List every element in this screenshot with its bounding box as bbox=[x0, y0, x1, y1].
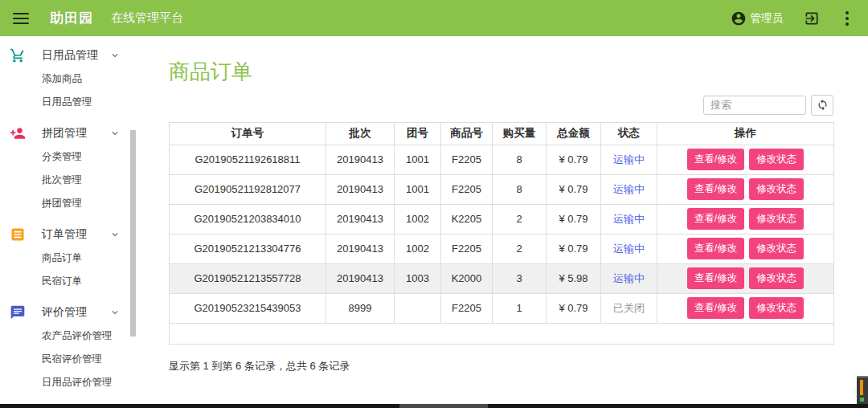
sidebar-subitem-0-0[interactable]: 添加商品 bbox=[0, 67, 153, 91]
sidebar-subitem-0-1[interactable]: 日用品管理 bbox=[0, 91, 153, 114]
view-edit-button[interactable]: 查看/修改 bbox=[687, 267, 744, 289]
sidebar-item-group-0[interactable]: 日用品管理 bbox=[0, 43, 153, 67]
menu-icon[interactable] bbox=[13, 13, 29, 24]
cell-actions: 查看/修改修改状态 bbox=[657, 234, 834, 263]
sidebar-subitem-3-1[interactable]: 民宿评价管理 bbox=[0, 348, 153, 371]
user-name: 管理员 bbox=[751, 11, 784, 26]
view-edit-button[interactable]: 查看/修改 bbox=[687, 297, 744, 319]
cell-qty: 2 bbox=[493, 204, 547, 234]
status-text: 已关闭 bbox=[613, 302, 645, 314]
status-link[interactable]: 运输中 bbox=[613, 213, 645, 225]
cell-group: 1002 bbox=[395, 234, 441, 263]
cell-status: 运输中 bbox=[601, 204, 657, 234]
table-row: G20190521192812077201904131001F22058¥ 0.… bbox=[170, 174, 834, 204]
exit-icon bbox=[804, 10, 820, 27]
app-subtitle: 在线管理平台 bbox=[111, 10, 183, 26]
cell-qty: 2 bbox=[493, 234, 547, 263]
sidebar-item-label: 拼团管理 bbox=[42, 126, 109, 141]
cell-total: ¥ 0.79 bbox=[547, 145, 601, 174]
cell-product: F2205 bbox=[441, 174, 493, 204]
cell-status: 运输中 bbox=[601, 174, 657, 204]
cell-qty: 8 bbox=[493, 145, 547, 174]
brand-title: 助田园 bbox=[50, 9, 93, 27]
cell-status: 运输中 bbox=[601, 263, 657, 293]
bottom-edge-segment bbox=[399, 404, 488, 408]
record-summary: 显示第 1 到第 6 条记录，总共 6 条记录 bbox=[169, 359, 833, 373]
table-row: G20190521192618811201904131001F22058¥ 0.… bbox=[170, 145, 834, 174]
view-edit-button[interactable]: 查看/修改 bbox=[687, 149, 744, 170]
column-header: 订单号 bbox=[170, 122, 326, 145]
chat-icon bbox=[10, 304, 26, 320]
table-row: G20190521203834010201904131002K22052¥ 0.… bbox=[170, 204, 834, 234]
cell-batch: 8999 bbox=[326, 293, 395, 323]
view-edit-button[interactable]: 查看/修改 bbox=[687, 178, 744, 200]
page-title: 商品订单 bbox=[169, 60, 833, 84]
account-icon bbox=[731, 10, 747, 27]
cell-batch: 20190413 bbox=[326, 234, 395, 263]
cell-group: 1001 bbox=[395, 145, 441, 174]
column-header: 总金额 bbox=[547, 122, 601, 145]
change-status-button[interactable]: 修改状态 bbox=[749, 178, 804, 200]
cell-total: ¥ 0.79 bbox=[547, 204, 601, 234]
cell-actions: 查看/修改修改状态 bbox=[657, 174, 834, 204]
cell-status: 运输中 bbox=[601, 234, 657, 263]
change-status-button[interactable]: 修改状态 bbox=[749, 238, 804, 259]
view-edit-button[interactable]: 查看/修改 bbox=[687, 238, 744, 259]
chevron-down-icon bbox=[109, 50, 121, 61]
kebab-menu-icon[interactable] bbox=[841, 10, 854, 27]
change-status-button[interactable]: 修改状态 bbox=[749, 297, 804, 319]
cell-actions: 查看/修改修改状态 bbox=[657, 293, 834, 323]
person-add-icon bbox=[10, 125, 26, 141]
column-header: 批次 bbox=[326, 122, 395, 145]
search-input[interactable] bbox=[703, 96, 806, 115]
cell-product: F2205 bbox=[441, 293, 493, 323]
sidebar-item-label: 评价管理 bbox=[42, 305, 109, 320]
cell-order_no: G20190523215439053 bbox=[170, 293, 326, 323]
status-link[interactable]: 运输中 bbox=[613, 153, 645, 165]
orders-table: 订单号批次团号商品号购买量总金额状态操作 G201905211926188112… bbox=[169, 122, 834, 345]
chevron-down-icon bbox=[109, 307, 121, 318]
bottom-edge-bar bbox=[0, 404, 868, 408]
corner-widget-bar bbox=[860, 380, 863, 395]
change-status-button[interactable]: 修改状态 bbox=[749, 208, 804, 230]
view-edit-button[interactable]: 查看/修改 bbox=[687, 208, 744, 230]
cell-batch: 20190413 bbox=[326, 174, 395, 204]
sidebar-scrollbar[interactable] bbox=[130, 130, 136, 337]
refresh-icon bbox=[817, 99, 829, 111]
chevron-down-icon bbox=[109, 128, 121, 139]
cell-total: ¥ 0.79 bbox=[547, 174, 601, 204]
status-link[interactable]: 运输中 bbox=[613, 183, 645, 195]
user-menu[interactable]: 管理员 bbox=[731, 10, 784, 27]
sidebar-item-label: 日用品管理 bbox=[42, 48, 109, 63]
table-row: G20190521213304776201904131002F22052¥ 0.… bbox=[170, 234, 834, 263]
cell-order_no: G20190521192618811 bbox=[170, 145, 326, 174]
cell-order_no: G20190521213304776 bbox=[170, 234, 326, 263]
cell-actions: 查看/修改修改状态 bbox=[657, 263, 834, 293]
cell-total: ¥ 5.98 bbox=[547, 263, 601, 293]
cell-qty: 8 bbox=[493, 174, 547, 204]
status-link[interactable]: 运输中 bbox=[613, 272, 645, 284]
column-header: 操作 bbox=[657, 122, 834, 145]
cell-status: 已关闭 bbox=[601, 293, 657, 323]
logout-button[interactable] bbox=[804, 10, 820, 27]
change-status-button[interactable]: 修改状态 bbox=[749, 267, 804, 289]
status-link[interactable]: 运输中 bbox=[613, 243, 645, 255]
sidebar: 日用品管理添加商品日用品管理拼团管理分类管理批次管理拼团管理订单管理商品订单民宿… bbox=[0, 36, 153, 404]
table-row: G201905232154390538999F22051¥ 0.79已关闭查看/… bbox=[170, 293, 834, 323]
sidebar-subitem-3-2[interactable]: 日用品评价管理 bbox=[0, 371, 153, 394]
cell-product: F2205 bbox=[441, 234, 493, 263]
chevron-down-icon bbox=[109, 229, 121, 240]
change-status-button[interactable]: 修改状态 bbox=[749, 149, 804, 170]
cell-product: F2205 bbox=[441, 145, 493, 174]
column-header: 商品号 bbox=[441, 122, 493, 145]
cell-status: 运输中 bbox=[601, 145, 657, 174]
table-header-row: 订单号批次团号商品号购买量总金额状态操作 bbox=[170, 122, 834, 145]
cart-icon bbox=[10, 47, 26, 63]
corner-widget-dot bbox=[860, 398, 864, 402]
table-toolbar bbox=[169, 95, 833, 116]
cell-batch: 20190413 bbox=[326, 145, 395, 174]
corner-scroll-widget[interactable] bbox=[857, 376, 868, 404]
main-content: 商品订单 订单号批次团号商品号购买量总金额状态操作 G2019052119261… bbox=[153, 36, 868, 408]
refresh-button[interactable] bbox=[811, 95, 833, 116]
cell-group: 1002 bbox=[395, 204, 441, 234]
